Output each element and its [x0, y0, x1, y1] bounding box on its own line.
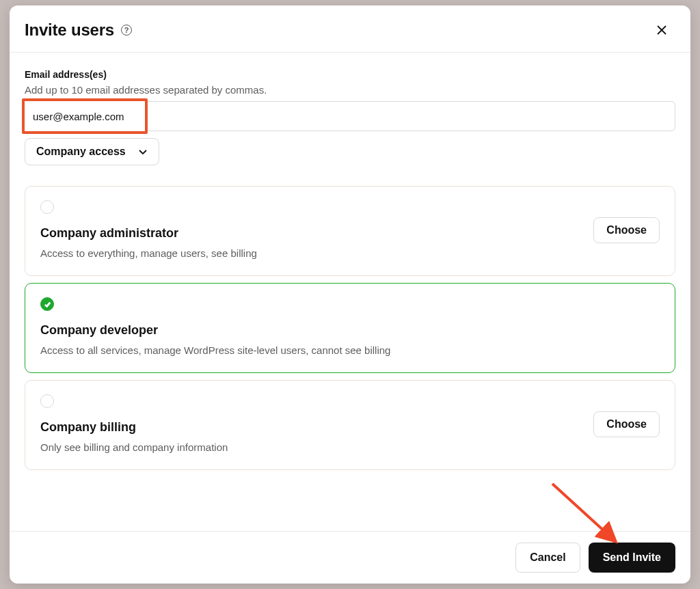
access-dropdown-label: Company access	[36, 146, 126, 158]
role-card-billing[interactable]: Company billing Only see billing and com…	[25, 380, 675, 470]
email-input[interactable]	[25, 101, 675, 131]
modal-footer: Cancel Send Invite	[10, 531, 690, 584]
role-card-developer[interactable]: Company developer Access to all services…	[25, 283, 675, 373]
cancel-button[interactable]: Cancel	[515, 543, 580, 573]
role-left: Company developer Access to all services…	[40, 297, 660, 357]
email-input-wrap: user@example.com	[25, 101, 675, 131]
choose-button[interactable]: Choose	[593, 217, 660, 243]
role-desc: Only see billing and company information	[40, 440, 580, 454]
role-radio-checked[interactable]	[40, 297, 54, 311]
role-radio-unchecked[interactable]	[40, 200, 54, 214]
modal-header: Invite users ?	[10, 5, 690, 53]
choose-button[interactable]: Choose	[593, 411, 660, 437]
role-desc: Access to all services, manage WordPress…	[40, 343, 660, 357]
role-title: Company administrator	[40, 226, 580, 241]
modal-body: Email address(es) Add up to 10 email add…	[10, 53, 690, 531]
role-title: Company developer	[40, 323, 660, 338]
role-title: Company billing	[40, 420, 580, 435]
close-icon	[656, 25, 667, 36]
role-radio-unchecked[interactable]	[40, 394, 54, 408]
email-label: Email address(es)	[25, 69, 675, 80]
close-button[interactable]	[652, 20, 671, 40]
email-help: Add up to 10 email addresses separated b…	[25, 84, 675, 96]
check-icon	[44, 301, 51, 308]
role-card-administrator[interactable]: Company administrator Access to everythi…	[25, 186, 675, 276]
chevron-down-icon	[138, 147, 148, 156]
role-desc: Access to everything, manage users, see …	[40, 246, 580, 260]
access-dropdown[interactable]: Company access	[25, 138, 159, 165]
modal-title-wrap: Invite users ?	[25, 20, 132, 40]
role-left: Company administrator Access to everythi…	[40, 200, 580, 260]
invite-users-modal: Invite users ? Email address(es) Add up …	[10, 5, 690, 584]
help-icon[interactable]: ?	[121, 25, 132, 36]
role-left: Company billing Only see billing and com…	[40, 394, 580, 454]
modal-title: Invite users	[25, 20, 114, 40]
send-invite-button[interactable]: Send Invite	[589, 543, 675, 573]
